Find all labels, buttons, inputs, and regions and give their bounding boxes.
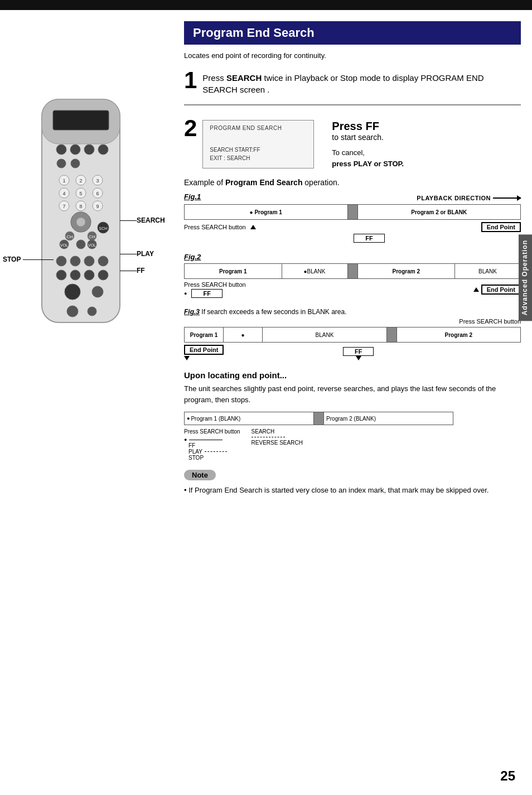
remote-svg: 1 2 3 4 5 6 7 8 9 bbox=[31, 94, 131, 328]
svg-point-41 bbox=[70, 256, 80, 266]
upon-text: The unit searches slightly past end poin… bbox=[184, 383, 521, 405]
ff-remote-label: FF bbox=[120, 267, 145, 274]
fig1-caption: Press SEARCH button End Point bbox=[184, 222, 521, 232]
step2-block: 2 PROGRAM END SEARCH SEARCH START:FF EXI… bbox=[184, 117, 521, 169]
svg-point-45 bbox=[70, 270, 80, 280]
press-ff-sub: to start search. bbox=[332, 133, 404, 142]
to-cancel: To cancel, press PLAY or STOP. bbox=[332, 147, 404, 169]
step2-instructions: Press FF to start search. To cancel, pre… bbox=[332, 120, 404, 169]
svg-point-49 bbox=[92, 286, 103, 297]
svg-point-8 bbox=[71, 159, 80, 168]
fig3-caption: Press SEARCH button bbox=[184, 318, 521, 325]
stop-remote-label: STOP bbox=[3, 256, 54, 263]
svg-text:7: 7 bbox=[62, 204, 65, 209]
svg-text:5: 5 bbox=[79, 191, 82, 196]
fig2-endpoint: End Point bbox=[481, 285, 521, 295]
screen-row1: SEARCH START:FF bbox=[210, 147, 307, 153]
step1-block: 1 Press SEARCH twice in Playback or Stop… bbox=[184, 69, 521, 95]
right-panel: Program End Search Locates end point of … bbox=[178, 16, 532, 518]
step1-content: Press SEARCH twice in Playback or Stop m… bbox=[202, 69, 521, 95]
upon-section: Upon locating end point... The unit sear… bbox=[184, 370, 521, 461]
final-tape-diagram: ● Program 1 (BLANK) Program 2 (BLANK) Pr… bbox=[184, 412, 521, 461]
top-bar bbox=[0, 0, 532, 10]
subtitle: Locates end point of recording for conti… bbox=[184, 51, 521, 60]
fig2-caption: Press SEARCH button ● FF End Point bbox=[184, 281, 521, 298]
svg-text:8: 8 bbox=[79, 204, 82, 209]
play-label: PLAY bbox=[120, 250, 154, 258]
svg-point-37 bbox=[76, 240, 85, 249]
svg-text:2: 2 bbox=[79, 178, 82, 184]
note-label: Note bbox=[184, 470, 216, 480]
svg-point-7 bbox=[57, 159, 66, 168]
screen-display: PROGRAM END SEARCH SEARCH START:FF EXIT … bbox=[202, 120, 314, 168]
step1-text: Press SEARCH twice in Playback or Stop m… bbox=[202, 72, 521, 95]
advanced-operation-tab: Advanced Operation bbox=[519, 234, 532, 321]
fig2-label: Fig.2 bbox=[184, 253, 521, 261]
svg-point-48 bbox=[65, 284, 80, 300]
svg-text:6: 6 bbox=[96, 191, 99, 196]
fig1-tape: ● Program 1 Program 2 or BLANK bbox=[184, 204, 521, 220]
upon-title: Upon locating end point... bbox=[184, 370, 521, 380]
svg-point-51 bbox=[88, 307, 96, 316]
fig3-tape: Program 1 ● BLANK Program 2 bbox=[184, 327, 521, 343]
fig2-tape: Program 1 ●BLANK Program 2 BLANK bbox=[184, 263, 521, 279]
svg-point-3 bbox=[56, 144, 66, 155]
svg-text:CH: CH bbox=[66, 234, 73, 239]
svg-point-43 bbox=[98, 256, 108, 266]
fig2: Fig.2 Program 1 ●BLANK Program 2 BLANK P… bbox=[184, 253, 521, 298]
svg-point-44 bbox=[56, 270, 66, 280]
svg-point-6 bbox=[98, 144, 108, 155]
step2-divider bbox=[184, 104, 521, 110]
fig1-endpoint: End Point bbox=[481, 222, 521, 232]
fig1: Fig.1 PLAYBACK DIRECTION ● Program 1 Pro… bbox=[184, 192, 521, 243]
svg-text:9: 9 bbox=[96, 204, 99, 209]
fig3-bottom: End Point FF bbox=[184, 345, 521, 360]
example-title-block: Example of Program End Search operation. bbox=[184, 178, 521, 187]
svg-point-46 bbox=[84, 270, 94, 280]
search-label: SEARCH bbox=[120, 216, 165, 224]
svg-rect-2 bbox=[53, 110, 109, 130]
press-ff: Press FF bbox=[332, 120, 404, 133]
remote-control: 1 2 3 4 5 6 7 8 9 bbox=[31, 94, 153, 330]
screen-row2: EXIT : SEARCH bbox=[210, 155, 307, 161]
timeline-labels: Press SEARCH button ● FF PLAY STOP bbox=[184, 428, 453, 461]
fig1-label: Fig.1 bbox=[184, 192, 201, 201]
svg-point-42 bbox=[84, 256, 94, 266]
svg-point-4 bbox=[70, 144, 80, 155]
step1-number: 1 bbox=[184, 69, 197, 92]
note-box: Note • If Program End Search is started … bbox=[184, 470, 521, 496]
svg-text:1: 1 bbox=[62, 178, 65, 184]
screen-title: PROGRAM END SEARCH bbox=[210, 125, 307, 131]
svg-point-5 bbox=[84, 144, 94, 155]
svg-text:VOL: VOL bbox=[60, 243, 68, 247]
svg-point-47 bbox=[98, 270, 108, 280]
fig3-endpoint: End Point bbox=[184, 345, 224, 355]
section-title: Program End Search bbox=[184, 21, 521, 45]
playback-direction: PLAYBACK DIRECTION bbox=[417, 195, 521, 201]
page-number: 25 bbox=[500, 768, 515, 784]
step2-content: PROGRAM END SEARCH SEARCH START:FF EXIT … bbox=[202, 117, 521, 169]
svg-text:SCH: SCH bbox=[99, 227, 108, 230]
svg-point-40 bbox=[56, 256, 66, 266]
note-text: • If Program End Search is started very … bbox=[184, 485, 521, 496]
svg-point-28 bbox=[76, 218, 85, 227]
svg-point-50 bbox=[67, 306, 78, 317]
fig1-ff: FF bbox=[217, 233, 521, 243]
svg-text:VOL: VOL bbox=[88, 243, 96, 247]
fig3: Fig.3 If search exceeds a few seconds in… bbox=[184, 308, 521, 360]
left-panel: 1 2 3 4 5 6 7 8 9 bbox=[0, 16, 178, 518]
svg-text:CH: CH bbox=[89, 234, 95, 239]
fig3-header: Fig.3 If search exceeds a few seconds in… bbox=[184, 308, 521, 316]
step2-number: 2 bbox=[184, 117, 197, 140]
svg-text:3: 3 bbox=[96, 178, 99, 184]
svg-text:4: 4 bbox=[62, 191, 65, 196]
